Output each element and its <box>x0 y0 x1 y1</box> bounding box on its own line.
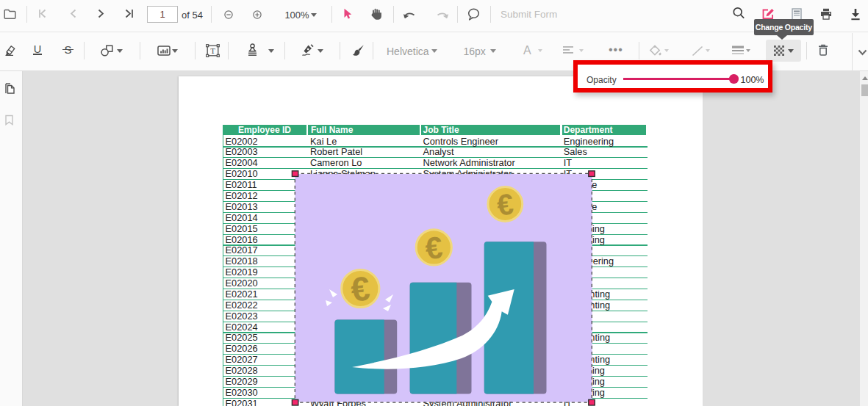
svg-text:€: € <box>349 269 372 308</box>
svg-text:€: € <box>495 187 515 221</box>
svg-text:T: T <box>210 46 215 55</box>
svg-text:€: € <box>423 230 444 266</box>
